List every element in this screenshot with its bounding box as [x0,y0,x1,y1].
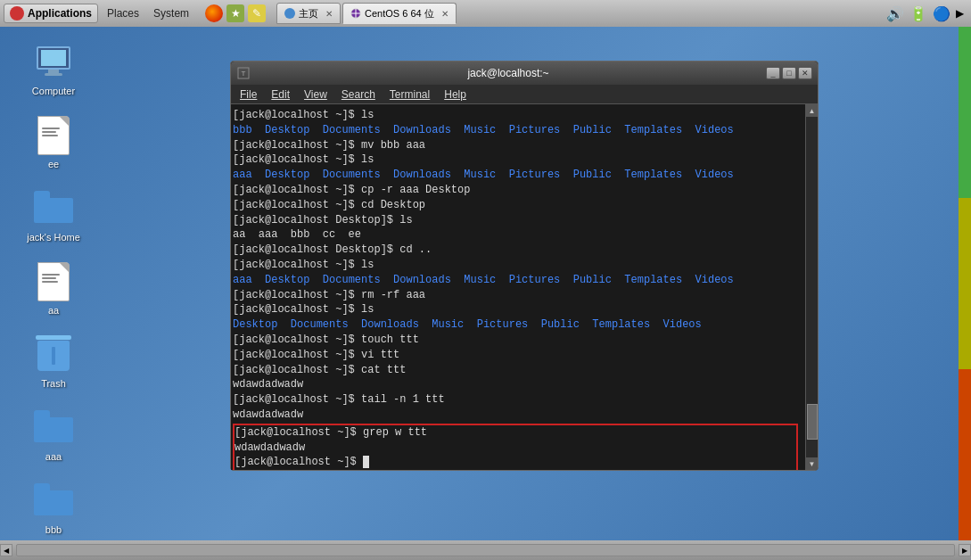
tray-icon-2: 🔋 [909,5,927,22]
line-5: aaa Desktop Documents Downloads Music Pi… [233,168,803,183]
line-23: wdawdadwadw [235,441,796,456]
tray-icon-3: 🔵 [933,5,950,22]
scrollbar-up-button[interactable]: ▲ [806,104,819,117]
line-24: [jack@localhost ~]$ [235,455,796,470]
folder-tab-aaa [34,410,50,419]
desktop-icon-trash[interactable]: Trash [18,328,89,392]
line-6: [jack@localhost ~]$ cp -r aaa Desktop [233,183,803,198]
monitor-screen [41,50,66,66]
folder-body-bbb [34,490,73,515]
line-12: aaa Desktop Documents Downloads Music Pi… [233,273,803,288]
terminal-window: T jack@localhost:~ _ □ ✕ File Edit View … [230,61,819,471]
line-1: [jack@localhost ~]$ ls [233,108,803,123]
desktop-icon-home[interactable]: jack's Home [18,182,89,246]
tab-centos-close[interactable]: ✕ [441,9,448,19]
tab-centos[interactable]: CentOS 6 64 位 ✕ [342,3,457,24]
line-10: [jack@localhost Desktop]$ cd .. [233,243,803,258]
folder-tab-bbb [34,483,50,492]
app-menu-icon [10,6,24,21]
bookmark-icon[interactable]: ★ [226,4,244,22]
file-icon-aa [37,262,70,301]
scroll-right-button[interactable]: ▶ [959,544,971,556]
menu-view[interactable]: View [299,86,333,103]
monitor-body [37,46,70,70]
trash-lid [36,335,71,340]
taskbar-top: Applications Places System ★ ✎ 主页 ✕ Cent… [0,0,971,27]
line-9: aa aaa bbb cc ee [233,227,803,243]
menu-edit[interactable]: Edit [266,86,295,103]
terminal-wm-icon: T [236,66,251,80]
terminal-scrollbar[interactable]: ▲ ▼ [805,104,818,470]
scroll-left-button[interactable]: ◀ [0,544,12,556]
line-18: [jack@localhost ~]$ cat ttt [233,363,803,378]
desktop: Applications Places System ★ ✎ 主页 ✕ Cent… [0,0,971,560]
tab-home-label: 主页 [299,7,318,21]
line-21: wdawdadwadw [233,408,803,423]
taskbar-bottom: ◀ ▶ [0,540,971,560]
desktop-icon-ee[interactable]: ee [18,109,89,173]
color-seg-1 [959,27,971,198]
desktop-icon-computer[interactable]: Computer [18,36,89,100]
line-19: wdawdadwadw [233,377,803,392]
maximize-button[interactable]: □ [782,67,796,79]
terminal-content[interactable]: [jack@localhost ~]$ ls bbb Desktop Docum… [231,104,818,470]
desktop-icon-aa[interactable]: aa [18,255,89,319]
tab-centos-label: CentOS 6 64 位 [365,7,434,21]
scrollbar-horizontal[interactable] [16,544,955,556]
system-menu[interactable]: System [148,5,194,21]
firefox-icon[interactable] [205,4,223,22]
edit-icon[interactable]: ✎ [248,4,266,22]
system-tray: 🔊 🔋 🔵 ▶ [886,5,967,22]
menu-search[interactable]: Search [336,86,381,103]
line-8: [jack@localhost Desktop]$ ls [233,213,803,228]
svg-text:T: T [242,70,246,78]
desktop-icons-container: Computer ee [18,36,89,539]
folder-body-home [34,198,73,223]
places-menu[interactable]: Places [102,5,144,21]
line-7: [jack@localhost ~]$ cd Desktop [233,198,803,213]
line-11: [jack@localhost ~]$ ls [233,258,803,273]
terminal-cursor [363,456,369,468]
line-14: [jack@localhost ~]$ ls [233,302,803,317]
terminal-wm-buttons: _ □ ✕ [766,67,812,79]
line-20: [jack@localhost ~]$ tail -n 1 ttt [233,392,803,408]
line-3: [jack@localhost ~]$ mv bbb aaa [233,138,803,153]
line-17: [jack@localhost ~]$ vi ttt [233,348,803,363]
monitor-stand [48,70,59,73]
folder-body-aaa [34,417,73,442]
scrollbar-thumb[interactable] [807,404,818,440]
line-16: [jack@localhost ~]$ touch ttt [233,333,803,348]
color-seg-2 [959,198,971,369]
expand-icon[interactable]: ▶ [956,7,964,20]
highlight-box: [jack@localhost ~]$ grep w ttt wdawdadwa… [233,424,798,470]
close-button[interactable]: ✕ [798,67,812,79]
color-bar [959,27,971,540]
scrollbar-down-button[interactable]: ▼ [806,457,819,470]
folder-tab-home [34,191,50,200]
desktop-icon-home-label: jack's Home [27,232,80,243]
desktop-icon-bbb[interactable]: bbb [18,474,89,539]
line-2: bbb Desktop Documents Downloads Music Pi… [233,123,803,138]
terminal-menubar: File Edit View Search Terminal Help [231,85,818,104]
line-22: [jack@localhost ~]$ grep w ttt [235,425,796,441]
minimize-button[interactable]: _ [766,67,780,79]
desktop-icon-aa-label: aa [48,305,59,316]
menu-file[interactable]: File [235,86,262,103]
scrollbar-track[interactable] [806,117,819,457]
terminal-text[interactable]: [jack@localhost ~]$ ls bbb Desktop Docum… [231,104,805,470]
line-4: [jack@localhost ~]$ ls [233,152,803,168]
applications-menu[interactable]: Applications [4,4,98,23]
tab-home-close[interactable]: ✕ [325,9,333,19]
monitor-base [45,73,62,76]
tab-centos-icon [350,8,361,19]
terminal-titlebar: T jack@localhost:~ _ □ ✕ [231,62,818,85]
menu-help[interactable]: Help [439,86,472,103]
desktop-icon-computer-label: Computer [32,86,75,96]
taskbar-tabs: 主页 ✕ CentOS 6 64 位 ✕ [276,3,457,24]
desktop-icon-aaa[interactable]: aaa [18,401,89,465]
tray-icon-1: 🔊 [886,5,904,22]
desktop-icon-bbb-label: bbb [45,524,62,535]
tab-home[interactable]: 主页 ✕ [276,3,341,24]
menu-terminal[interactable]: Terminal [384,86,435,103]
line-15: Desktop Documents Downloads Music Pictur… [233,317,803,333]
